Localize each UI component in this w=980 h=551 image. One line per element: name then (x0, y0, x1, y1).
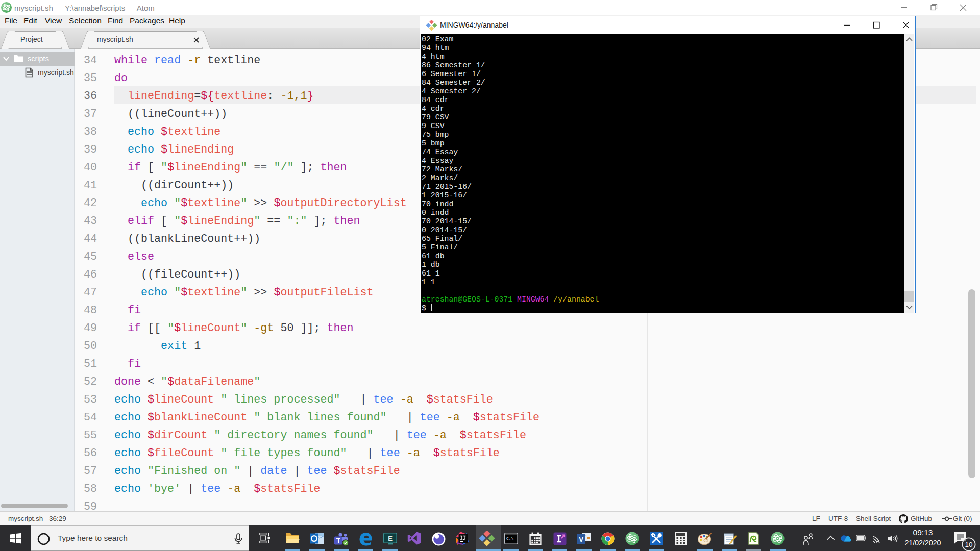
svg-text:10: 10 (965, 541, 972, 548)
svg-text:E: E (388, 535, 393, 542)
svg-text:V: V (579, 535, 584, 543)
svg-text:C:\_: C:\_ (506, 536, 516, 541)
